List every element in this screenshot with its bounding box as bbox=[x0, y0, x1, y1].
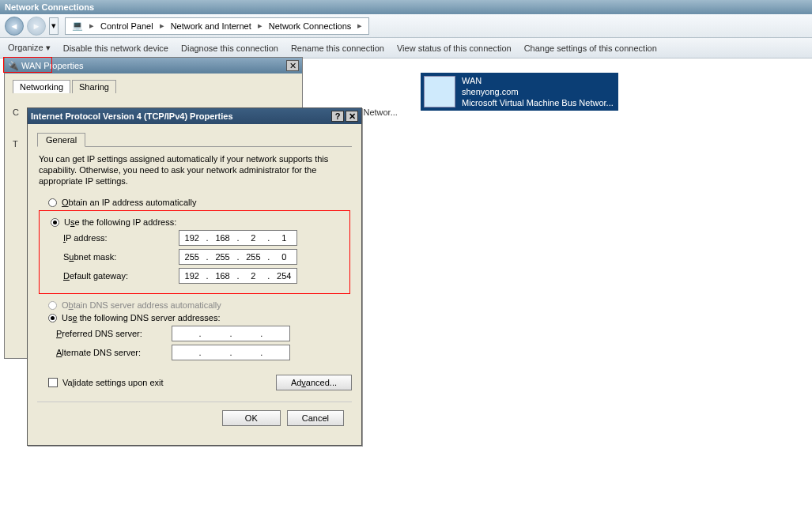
radio-label: Obtain an IP address automatically bbox=[62, 198, 196, 207]
ipv4-properties-dialog: Internet Protocol Version 4 (TCP/IPv4) P… bbox=[27, 107, 362, 446]
ok-button[interactable]: OK bbox=[222, 410, 281, 426]
breadcrumb-item[interactable]: Control Panel bbox=[97, 21, 157, 31]
connection-domain: shenyong.com bbox=[462, 86, 614, 97]
static-ip-group: Use the following IP address: IP address… bbox=[39, 210, 350, 294]
checkbox-icon bbox=[48, 378, 58, 387]
ipv4-titlebar[interactable]: Internet Protocol Version 4 (TCP/IPv4) P… bbox=[28, 108, 361, 124]
wan-tabs: Networking Sharing bbox=[13, 80, 294, 93]
radio-icon bbox=[51, 218, 59, 227]
close-button[interactable]: ✕ bbox=[346, 111, 358, 122]
disable-device-button[interactable]: Disable this network device bbox=[63, 43, 168, 53]
alternate-dns-input[interactable]: . . . bbox=[172, 345, 290, 360]
highlight-box bbox=[3, 57, 52, 73]
radio-use-following-ip[interactable]: Use the following IP address: bbox=[51, 217, 345, 227]
chevron-icon[interactable]: ▸ bbox=[157, 21, 168, 31]
ipv4-description: You can get IP settings assigned automat… bbox=[39, 153, 350, 187]
radio-label: Use the following IP address: bbox=[64, 217, 176, 227]
radio-icon bbox=[48, 314, 57, 322]
back-button[interactable]: ◄ bbox=[5, 17, 24, 36]
ipv4-tabs: General bbox=[37, 132, 352, 147]
command-bar: Organize ▾ Disable this network device D… bbox=[0, 38, 812, 58]
connection-device: Microsoft Virtual Machine Bus Networ... bbox=[462, 97, 614, 108]
radio-label: Use the following DNS server addresses: bbox=[62, 313, 221, 322]
chevron-icon[interactable]: ▸ bbox=[86, 21, 97, 31]
radio-icon bbox=[48, 198, 57, 207]
breadcrumb-icon: 💻 bbox=[69, 21, 86, 31]
radio-label: Obtain DNS server address automatically bbox=[62, 300, 221, 310]
breadcrumb[interactable]: 💻 ▸ Control Panel ▸ Network and Internet… bbox=[65, 17, 369, 35]
rename-button[interactable]: Rename this connection bbox=[291, 43, 384, 53]
tab-general[interactable]: General bbox=[37, 133, 85, 147]
view-status-button[interactable]: View status of this connection bbox=[397, 43, 512, 53]
radio-obtain-dns-auto: Obtain DNS server address automatically bbox=[48, 300, 352, 310]
preferred-dns-label: Preferred DNS server: bbox=[56, 329, 172, 338]
connection-item-wan[interactable]: WAN shenyong.com Microsoft Virtual Machi… bbox=[421, 73, 618, 111]
change-settings-button[interactable]: Change settings of this connection bbox=[524, 43, 657, 53]
connection-name: WAN bbox=[462, 75, 614, 86]
default-gateway-input[interactable]: 192.168.2.254 bbox=[179, 268, 297, 284]
subnet-mask-label: Subnet mask: bbox=[63, 252, 179, 262]
chevron-icon[interactable]: ▸ bbox=[354, 21, 365, 31]
window-titlebar: Network Connections bbox=[0, 0, 812, 14]
alternate-dns-label: Alternate DNS server: bbox=[56, 348, 172, 357]
close-button[interactable]: ✕ bbox=[286, 60, 299, 71]
radio-icon bbox=[48, 301, 57, 310]
ip-address-label: IP address: bbox=[63, 233, 179, 243]
radio-use-following-dns[interactable]: Use the following DNS server addresses: bbox=[48, 313, 352, 322]
default-gateway-label: Default gateway: bbox=[63, 271, 179, 281]
forward-button[interactable]: ► bbox=[27, 17, 46, 36]
help-button[interactable]: ? bbox=[331, 111, 344, 122]
navigation-bar: ◄ ► ▾ 💻 ▸ Control Panel ▸ Network and In… bbox=[0, 14, 812, 38]
subnet-mask-input[interactable]: 255.255.255.0 bbox=[179, 249, 297, 265]
radio-obtain-ip-auto[interactable]: Obtain an IP address automatically bbox=[48, 198, 352, 207]
connection-text: WAN shenyong.com Microsoft Virtual Machi… bbox=[462, 75, 614, 108]
window-title: Network Connections bbox=[5, 2, 94, 12]
ipv4-title: Internet Protocol Version 4 (TCP/IPv4) P… bbox=[31, 111, 233, 121]
breadcrumb-item[interactable]: Network Connections bbox=[266, 21, 355, 31]
tab-networking[interactable]: Networking bbox=[13, 80, 70, 93]
validate-settings-checkbox[interactable]: Validate settings upon exit bbox=[48, 378, 164, 387]
tab-sharing[interactable]: Sharing bbox=[72, 80, 116, 93]
network-adapter-icon bbox=[424, 76, 455, 107]
breadcrumb-item[interactable]: Network and Internet bbox=[168, 21, 255, 31]
history-dropdown[interactable]: ▾ bbox=[49, 17, 59, 35]
preferred-dns-input[interactable]: . . . bbox=[172, 326, 290, 341]
checkbox-label: Validate settings upon exit bbox=[62, 378, 164, 387]
cancel-button[interactable]: Cancel bbox=[287, 410, 344, 426]
organize-menu[interactable]: Organize ▾ bbox=[8, 43, 51, 53]
diagnose-button[interactable]: Diagnose this connection bbox=[181, 43, 278, 53]
ip-address-input[interactable]: 192.168.2.1 bbox=[179, 230, 297, 246]
chevron-icon[interactable]: ▸ bbox=[255, 21, 266, 31]
advanced-button[interactable]: Advanced... bbox=[276, 375, 352, 390]
